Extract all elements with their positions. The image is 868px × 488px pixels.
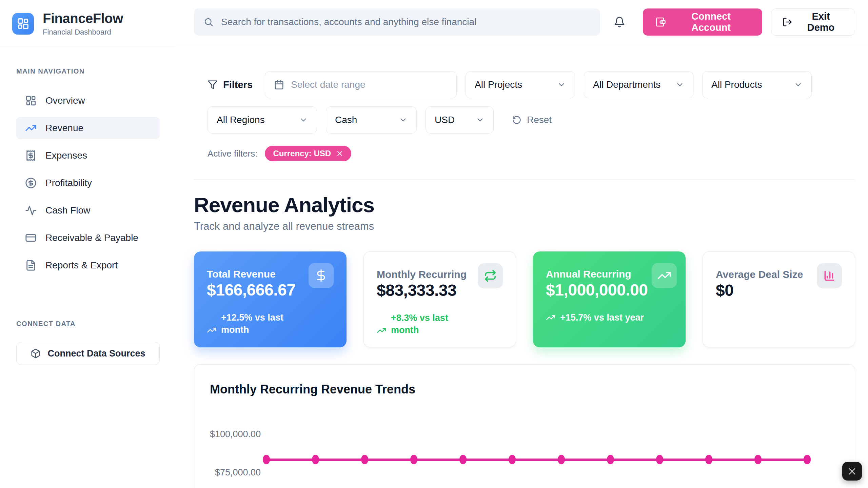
- search-box[interactable]: [194, 8, 600, 36]
- active-filters-label: Active filters:: [208, 148, 257, 159]
- page-subtitle: Track and analyze all revenue streams: [194, 220, 855, 232]
- chart-title: Monthly Recurring Revenue Trends: [210, 382, 839, 396]
- connect-data-sources-button[interactable]: Connect Data Sources: [16, 342, 160, 365]
- page-title: Revenue Analytics: [194, 193, 855, 217]
- chart-data-point[interactable]: [509, 455, 516, 464]
- chart-data-point[interactable]: [656, 455, 663, 464]
- active-filters-row: Active filters: Currency: USD: [208, 146, 855, 161]
- sidebar-item-cash-flow[interactable]: Cash Flow: [16, 199, 160, 222]
- sidebar-item-label: Overview: [45, 95, 85, 106]
- sidebar-item-label: Cash Flow: [45, 205, 90, 216]
- trending-up-icon: [546, 313, 555, 322]
- filter-dropdown-regions[interactable]: All Regions: [208, 106, 317, 134]
- dropdown-value: All Departments: [593, 79, 660, 90]
- chevron-down-icon: [299, 116, 308, 124]
- chart-data-point[interactable]: [263, 455, 270, 464]
- dropdown-value: All Projects: [475, 79, 522, 90]
- rotate-ccw-icon: [512, 115, 521, 125]
- app-root: FinanceFlow Financial Dashboard MAIN NAV…: [0, 0, 868, 488]
- chevron-down-icon: [794, 80, 803, 89]
- logout-icon: [782, 17, 792, 27]
- filters-section: Filters All Projects: [194, 71, 855, 161]
- app-tagline: Financial Dashboard: [43, 28, 123, 37]
- dropdown-value: All Regions: [217, 115, 265, 125]
- stat-card-annual-recurring: Annual Recurring $1,000,000.00 +15.7% vs…: [533, 251, 686, 347]
- connect-section-heading: CONNECT DATA: [16, 320, 160, 328]
- sidebar: FinanceFlow Financial Dashboard MAIN NAV…: [0, 0, 176, 488]
- stat-value: $1,000,000.00: [546, 281, 648, 299]
- date-range-field[interactable]: [291, 79, 448, 90]
- chart-data-point[interactable]: [312, 455, 319, 464]
- trending-up-icon: [377, 326, 386, 335]
- nav-section-heading: MAIN NAVIGATION: [16, 67, 160, 75]
- app-logo-icon: [12, 13, 34, 35]
- cube-icon: [31, 348, 41, 359]
- sidebar-item-receivable-payable[interactable]: Receivable & Payable: [16, 227, 160, 249]
- filters-heading: Filters: [208, 79, 253, 90]
- bar-chart-icon: [817, 263, 842, 288]
- notifications-button[interactable]: [614, 16, 625, 28]
- connect-account-button[interactable]: Connect Account: [643, 8, 762, 36]
- filter-dropdown-products[interactable]: All Products: [702, 71, 812, 98]
- section-divider: [194, 180, 855, 180]
- sidebar-item-reports-export[interactable]: Reports & Export: [16, 254, 160, 277]
- chart-data-point[interactable]: [607, 455, 614, 464]
- dropdown-value: All Products: [711, 79, 762, 90]
- connect-account-label: Connect Account: [672, 11, 750, 33]
- stat-trend: +8.3% vs last month: [377, 312, 503, 337]
- sidebar-item-label: Revenue: [45, 123, 83, 134]
- chart-data-point[interactable]: [705, 455, 712, 464]
- chart-plot: $100,000.00 $75,000.00 $50,000.00: [210, 401, 839, 488]
- chart-data-point[interactable]: [804, 455, 811, 464]
- sidebar-item-expenses[interactable]: Expenses: [16, 144, 160, 167]
- chart-line: [266, 459, 807, 461]
- sidebar-item-label: Expenses: [45, 150, 87, 161]
- currency-filter-chip[interactable]: Currency: USD: [265, 146, 351, 161]
- sidebar-item-label: Profitability: [45, 178, 92, 188]
- stat-value: $83,333.33: [377, 281, 467, 300]
- chevron-down-icon: [476, 116, 485, 124]
- calendar-icon: [274, 80, 284, 90]
- file-text-icon: [25, 260, 37, 271]
- close-widget-button[interactable]: [842, 462, 862, 481]
- reset-filters-button[interactable]: Reset: [512, 115, 552, 125]
- content: Filters All Projects: [176, 44, 868, 488]
- exit-demo-label: Exit Demo: [798, 11, 844, 33]
- sidebar-item-label: Reports & Export: [45, 260, 118, 271]
- filter-dropdown-departments[interactable]: All Departments: [584, 71, 693, 98]
- stat-label: Annual Recurring: [546, 268, 648, 280]
- chart-data-point[interactable]: [361, 455, 368, 464]
- filter-dropdown-payment-type[interactable]: Cash: [326, 106, 417, 134]
- dollar-circle-icon: [25, 177, 37, 189]
- chart-data-point[interactable]: [410, 455, 417, 464]
- chart-data-point[interactable]: [754, 455, 762, 464]
- dropdown-value: Cash: [335, 115, 357, 125]
- filters-label: Filters: [223, 79, 253, 90]
- exit-demo-button[interactable]: Exit Demo: [771, 8, 855, 36]
- stat-trend: +15.7% vs last year: [546, 311, 673, 324]
- chart-data-point[interactable]: [558, 455, 565, 464]
- chart-data-point[interactable]: [459, 455, 467, 464]
- filter-dropdown-projects[interactable]: All Projects: [466, 71, 575, 98]
- sidebar-item-profitability[interactable]: Profitability: [16, 172, 160, 194]
- sidebar-item-overview[interactable]: Overview: [16, 89, 160, 112]
- sidebar-item-revenue[interactable]: Revenue: [16, 117, 160, 139]
- topbar: Connect Account Exit Demo: [176, 0, 868, 44]
- filter-dropdown-currency[interactable]: USD: [426, 106, 494, 134]
- stat-label: Average Deal Size: [716, 269, 803, 280]
- date-range-input[interactable]: [265, 71, 457, 98]
- trending-up-icon: [652, 263, 677, 288]
- repeat-icon: [478, 263, 503, 288]
- wallet-icon: [655, 17, 666, 27]
- y-axis-tick: $75,000.00: [210, 467, 261, 478]
- reset-label: Reset: [527, 115, 552, 125]
- stat-value: $0: [716, 281, 803, 300]
- trending-up-icon: [207, 325, 216, 335]
- funnel-icon: [208, 80, 218, 90]
- mrr-trends-chart-card: Monthly Recurring Revenue Trends $100,00…: [194, 364, 855, 488]
- chevron-down-icon: [557, 80, 566, 89]
- search-icon: [203, 17, 214, 27]
- dropdown-value: USD: [435, 115, 455, 125]
- search-input[interactable]: [221, 17, 591, 27]
- close-icon[interactable]: [336, 150, 343, 157]
